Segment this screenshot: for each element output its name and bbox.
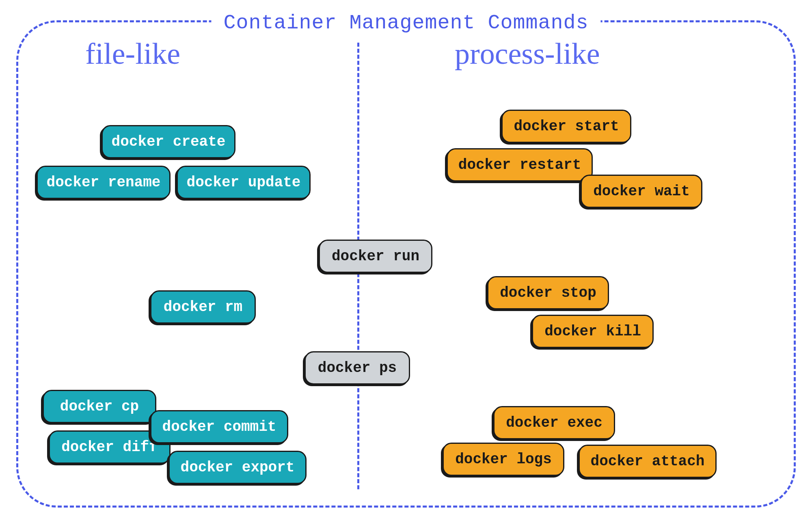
command-docker-rename: docker rename (37, 166, 171, 199)
command-docker-wait: docker wait (581, 175, 702, 208)
command-docker-create: docker create (102, 125, 235, 158)
command-docker-update: docker update (177, 166, 311, 199)
command-docker-export: docker export (168, 451, 307, 484)
command-docker-kill: docker kill (532, 315, 654, 348)
diagram-title: Container Management Commands (211, 11, 600, 35)
command-docker-logs: docker logs (443, 443, 564, 476)
command-docker-exec: docker exec (493, 406, 615, 439)
group-label-file-like: file-like (85, 37, 180, 71)
command-docker-commit: docker commit (150, 410, 288, 443)
command-docker-run: docker run (319, 240, 432, 273)
command-docker-ps: docker ps (304, 351, 410, 385)
command-docker-rm: docker rm (150, 290, 256, 324)
command-docker-restart: docker restart (447, 148, 593, 182)
group-label-process-like: process-like (455, 37, 600, 71)
command-docker-cp: docker cp (43, 390, 156, 423)
command-docker-start: docker start (501, 110, 631, 143)
command-docker-stop: docker stop (487, 276, 609, 309)
command-docker-attach: docker attach (579, 445, 717, 478)
